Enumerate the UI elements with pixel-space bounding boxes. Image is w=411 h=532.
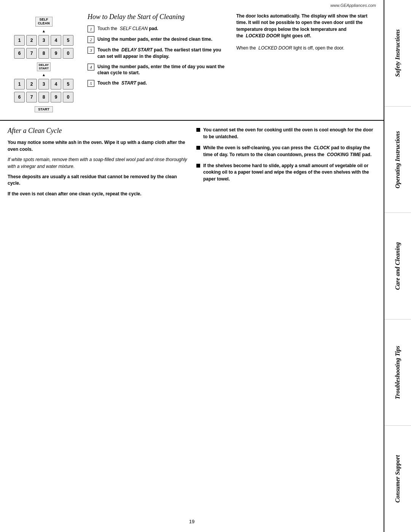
bullet-text-3: If the shelves become hard to slide, app… <box>203 163 376 182</box>
step-text-5: Touch the START pad. <box>97 80 227 86</box>
key-5b: 5 <box>63 79 73 89</box>
step-num-1: 1 <box>88 26 94 32</box>
step-text-2: Using the number pads, enter the desired… <box>97 36 227 43</box>
top-section: SELFCLEAN ▲ 1 2 3 4 5 6 7 8 9 0 DELAYSTA… <box>0 9 384 121</box>
bottom-right-column: You cannot set the oven for cooking unti… <box>196 127 376 201</box>
arrow-up-1: ▲ <box>42 30 46 33</box>
key-4b: 4 <box>51 79 61 89</box>
key-3: 3 <box>38 35 49 46</box>
bullet-text-1: You cannot set the oven for cooking unti… <box>203 127 376 140</box>
step-3: 3 Touch the DELAY START pad. The earlies… <box>88 47 227 60</box>
step-5: 5 Touch the START pad. <box>88 80 227 87</box>
para-salt-deposits: These deposits are usually a salt residu… <box>8 174 187 187</box>
step-num-4: 4 <box>88 64 94 70</box>
para-white-ash: You may notice some white ash in the ove… <box>8 139 187 153</box>
start-label: START <box>35 106 53 112</box>
step-text-3: Touch the DELAY START pad. The earliest … <box>97 47 227 60</box>
step-2: 2 Using the number pads, enter the desir… <box>88 36 227 43</box>
content-columns: How to Delay the Start of Cleaning 1 Tou… <box>88 13 376 112</box>
key-9: 9 <box>51 48 61 59</box>
keypad-row-2: 6 7 8 9 0 <box>14 48 73 59</box>
key-7: 7 <box>26 48 37 59</box>
section-title-clean: After a Clean Cycle <box>8 127 187 135</box>
key-2b: 2 <box>26 79 37 89</box>
sidebar-label-consumer: Consumer Support <box>394 455 401 503</box>
key-2: 2 <box>26 35 37 46</box>
bullet-2: While the oven is self-cleaning, you can… <box>196 145 376 158</box>
key-1: 1 <box>14 35 25 46</box>
page-number: 19 <box>189 519 194 524</box>
website-url: www.GEAppliances.com <box>330 3 376 8</box>
key-8: 8 <box>38 48 49 59</box>
arrow-up-2: ▲ <box>42 73 46 77</box>
sidebar-section-consumer: Consumer Support <box>384 426 411 532</box>
sidebar-section-safety: Safety Instructions <box>384 0 411 107</box>
key-6b: 6 <box>14 92 25 102</box>
para-repeat-cycle: If the oven is not clean after one clean… <box>8 191 187 197</box>
step-num-2: 2 <box>88 36 94 43</box>
key-0: 0 <box>63 48 73 59</box>
bullet-1: You cannot set the oven for cooking unti… <box>196 127 376 140</box>
bullet-text-2: While the oven is self-cleaning, you can… <box>203 145 376 158</box>
sidebar: Safety Instructions Operating Instructio… <box>384 0 411 532</box>
right-text-1: The door locks automatically. The displa… <box>236 13 376 40</box>
section-title-delay: How to Delay the Start of Cleaning <box>88 13 227 21</box>
key-6: 6 <box>14 48 25 59</box>
step-text-4: Using the number pads, enter the time of… <box>97 64 227 77</box>
sidebar-label-safety: Safety Instructions <box>394 29 401 77</box>
left-column: How to Delay the Start of Cleaning 1 Tou… <box>88 13 227 112</box>
bullet-icon-2 <box>196 146 200 150</box>
bottom-left-column: After a Clean Cycle You may notice some … <box>8 127 187 201</box>
delay-start-label: DELAYSTART <box>37 62 51 72</box>
step-text-1: Touch the SELF CLEAN pad. <box>97 26 227 32</box>
keypad-row-4: 6 7 8 9 0 <box>14 92 73 102</box>
step-num-3: 3 <box>88 47 94 54</box>
keypad-row-1: 1 2 3 4 5 <box>14 35 73 46</box>
self-clean-label: SELFCLEAN <box>35 17 53 27</box>
bottom-section: After a Clean Cycle You may notice some … <box>0 121 384 209</box>
key-0b: 0 <box>63 92 73 102</box>
key-4: 4 <box>51 35 61 46</box>
sidebar-label-care: Care and Cleaning <box>394 242 401 290</box>
para-white-spots: If white spots remain, remove them with … <box>8 157 187 170</box>
key-5: 5 <box>63 35 73 46</box>
sidebar-section-troubleshooting: Troubleshooting Tips <box>384 320 411 426</box>
website-header: www.GEAppliances.com <box>0 0 384 9</box>
right-column: The door locks automatically. The displa… <box>236 13 376 112</box>
key-7b: 7 <box>26 92 37 102</box>
step-4: 4 Using the number pads, enter the time … <box>88 64 227 77</box>
bullet-icon-3 <box>196 164 200 168</box>
step-list: 1 Touch the SELF CLEAN pad. 2 Using the … <box>88 26 227 87</box>
main-content: www.GEAppliances.com SELFCLEAN ▲ 1 2 3 4… <box>0 0 384 532</box>
step-1: 1 Touch the SELF CLEAN pad. <box>88 26 227 32</box>
sidebar-section-care: Care and Cleaning <box>384 213 411 320</box>
key-3b: 3 <box>38 79 49 89</box>
keypad-illustration: SELFCLEAN ▲ 1 2 3 4 5 6 7 8 9 0 DELAYSTA… <box>8 13 80 112</box>
bullet-icon-1 <box>196 128 200 132</box>
key-8b: 8 <box>38 92 49 102</box>
keypad-row-3: 1 2 3 4 5 <box>14 79 73 89</box>
step-num-5: 5 <box>88 80 94 87</box>
sidebar-label-operating: Operating Instructions <box>394 131 401 189</box>
key-1b: 1 <box>14 79 25 89</box>
key-9b: 9 <box>51 92 61 102</box>
bullet-3: If the shelves become hard to slide, app… <box>196 163 376 182</box>
right-text-2: When the LOCKED DOOR light is off, open … <box>236 45 376 51</box>
sidebar-section-operating: Operating Instructions <box>384 107 411 213</box>
sidebar-label-troubleshooting: Troubleshooting Tips <box>394 346 401 399</box>
